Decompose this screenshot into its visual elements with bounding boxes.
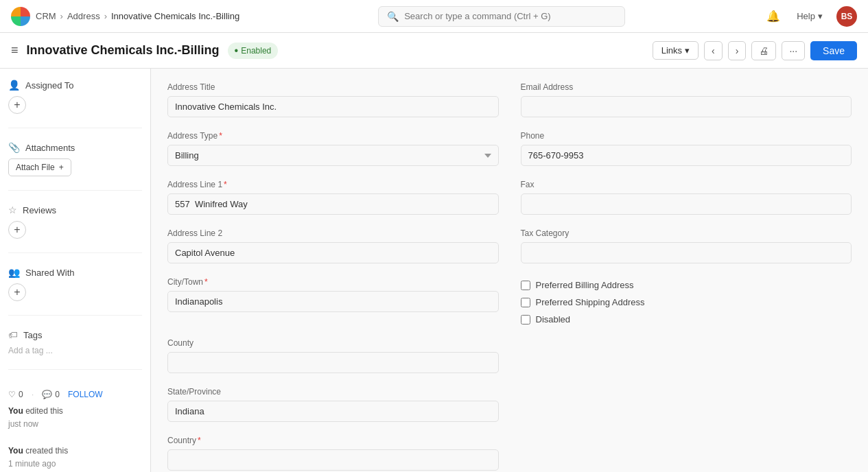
- fax-input[interactable]: [521, 193, 852, 215]
- phone-label: Phone: [521, 131, 852, 141]
- likes-count: 0: [19, 390, 23, 399]
- country-input[interactable]: [167, 449, 499, 471]
- more-options-button[interactable]: ···: [782, 41, 805, 60]
- divider-2: [8, 190, 142, 191]
- checkbox-group: Preferred Billing Address Preferred Ship…: [521, 277, 852, 324]
- tax-category-group: Tax Category: [521, 228, 852, 263]
- add-review-button[interactable]: +: [8, 221, 26, 239]
- address-type-label: Address Type*: [167, 131, 499, 141]
- search-icon: 🔍: [387, 11, 399, 22]
- address-line2-group: Address Line 2: [167, 228, 499, 263]
- app-logo[interactable]: [11, 7, 30, 26]
- attachments-header: 📎 Attachments: [8, 142, 142, 153]
- breadcrumb-crm[interactable]: CRM: [36, 11, 56, 21]
- tax-category-input[interactable]: [521, 242, 852, 263]
- disabled-checkbox[interactable]: [521, 315, 530, 324]
- reviews-header: ☆ Reviews: [8, 204, 142, 215]
- add-tag-placeholder[interactable]: Add a tag ...: [8, 346, 142, 355]
- attachment-icon: 📎: [8, 142, 20, 153]
- tags-header: 🏷 Tags: [8, 329, 142, 340]
- preferred-billing-checkbox[interactable]: [521, 281, 530, 290]
- sidebar-toggle-button[interactable]: ≡: [11, 43, 19, 58]
- preferred-shipping-label[interactable]: Preferred Shipping Address: [521, 297, 852, 307]
- email-address-input[interactable]: [521, 96, 852, 117]
- address-type-group: Address Type* Billing Shipping Other: [167, 131, 499, 166]
- tax-category-label: Tax Category: [521, 228, 852, 238]
- next-button[interactable]: ›: [728, 41, 747, 60]
- add-assigned-button[interactable]: +: [8, 96, 26, 114]
- address-title-label: Address Title: [167, 82, 499, 92]
- attachments-section: 📎 Attachments Attach File +: [8, 142, 142, 176]
- assigned-to-header: 👤 Assigned To: [8, 80, 142, 91]
- notification-bell-button[interactable]: 🔔: [764, 7, 783, 25]
- comment-button[interactable]: 💬 0: [42, 390, 60, 399]
- address-title-input[interactable]: [167, 96, 499, 117]
- reviews-section: ☆ Reviews +: [8, 204, 142, 239]
- email-address-group: Email Address: [521, 82, 852, 117]
- plus-icon: +: [59, 163, 64, 172]
- address-line1-group: Address Line 1*: [167, 180, 499, 215]
- status-badge: Enabled: [228, 43, 279, 59]
- state-province-input[interactable]: [167, 401, 499, 422]
- share-icon: 👥: [8, 267, 20, 278]
- links-button[interactable]: Links ▾: [653, 41, 699, 60]
- chevron-down-icon: ▾: [818, 11, 823, 21]
- comment-icon: 💬: [42, 390, 52, 399]
- disabled-label[interactable]: Disabled: [521, 314, 852, 324]
- country-group: Country*: [167, 436, 499, 471]
- address-type-select[interactable]: Billing Shipping Other: [167, 145, 499, 166]
- prev-button[interactable]: ‹: [704, 41, 723, 60]
- attach-file-label: Attach File: [16, 163, 55, 172]
- help-label: Help: [797, 11, 815, 21]
- tags-label: Tags: [23, 330, 42, 340]
- breadcrumb: CRM › Address › Innovative Chemicals Inc…: [36, 11, 239, 21]
- breadcrumb-current: Innovative Chemicals Inc.-Billing: [111, 11, 239, 21]
- page-header-right: Links ▾ ‹ › 🖨 ··· Save: [653, 41, 857, 60]
- print-button[interactable]: 🖨: [751, 41, 776, 60]
- main-layout: 👤 Assigned To + 📎 Attachments Attach Fil…: [0, 69, 868, 472]
- shared-with-header: 👥 Shared With: [8, 267, 142, 278]
- address-line1-input[interactable]: [167, 193, 499, 215]
- activity-item-1: You edited this just now: [8, 405, 142, 431]
- form-grid: Address Title Email Address Address Type…: [167, 82, 852, 471]
- state-province-label: State/Province: [167, 387, 499, 397]
- heart-icon: ♡: [8, 390, 16, 399]
- save-button[interactable]: Save: [810, 41, 857, 60]
- email-address-label: Email Address: [521, 82, 852, 92]
- sidebar: 👤 Assigned To + 📎 Attachments Attach Fil…: [0, 69, 151, 472]
- like-button[interactable]: ♡ 0: [8, 390, 23, 399]
- state-province-group: State/Province: [167, 387, 499, 422]
- sidebar-footer: ♡ 0 · 💬 0 FOLLOW You edited this just no…: [8, 384, 142, 471]
- divider-4: [8, 315, 142, 316]
- shared-with-section: 👥 Shared With +: [8, 267, 142, 301]
- help-button[interactable]: Help ▾: [791, 8, 828, 24]
- address-line1-label: Address Line 1*: [167, 180, 499, 189]
- form-area: Address Title Email Address Address Type…: [151, 69, 868, 472]
- page-header-left: ≡ Innovative Chemicals Inc.-Billing Enab…: [11, 43, 278, 59]
- search-container: 🔍: [378, 6, 625, 27]
- county-input[interactable]: [167, 352, 499, 373]
- attachments-label: Attachments: [25, 143, 75, 153]
- follow-button[interactable]: FOLLOW: [68, 390, 103, 399]
- search-box: 🔍: [378, 6, 625, 27]
- attach-file-button[interactable]: Attach File +: [8, 158, 71, 176]
- divider-3: [8, 252, 142, 253]
- nav-right: 🔔 Help ▾ BS: [764, 6, 857, 27]
- address-title-group: Address Title: [167, 82, 499, 117]
- like-follow-row: ♡ 0 · 💬 0 FOLLOW: [8, 384, 142, 405]
- preferred-shipping-checkbox[interactable]: [521, 298, 530, 307]
- city-town-input[interactable]: [167, 291, 499, 312]
- phone-input[interactable]: [521, 145, 852, 166]
- search-input[interactable]: [404, 11, 616, 21]
- page-header: ≡ Innovative Chemicals Inc.-Billing Enab…: [0, 33, 868, 69]
- city-town-label: City/Town*: [167, 277, 499, 287]
- preferred-billing-label[interactable]: Preferred Billing Address: [521, 280, 852, 290]
- activity-action-2: created this: [25, 446, 68, 456]
- add-shared-button[interactable]: +: [8, 283, 26, 301]
- county-right-placeholder: [521, 338, 852, 373]
- fax-group: Fax: [521, 180, 852, 215]
- address-line2-input[interactable]: [167, 242, 499, 263]
- breadcrumb-address[interactable]: Address: [67, 11, 100, 21]
- user-avatar[interactable]: BS: [836, 6, 857, 27]
- activity-you-1: You: [8, 406, 23, 416]
